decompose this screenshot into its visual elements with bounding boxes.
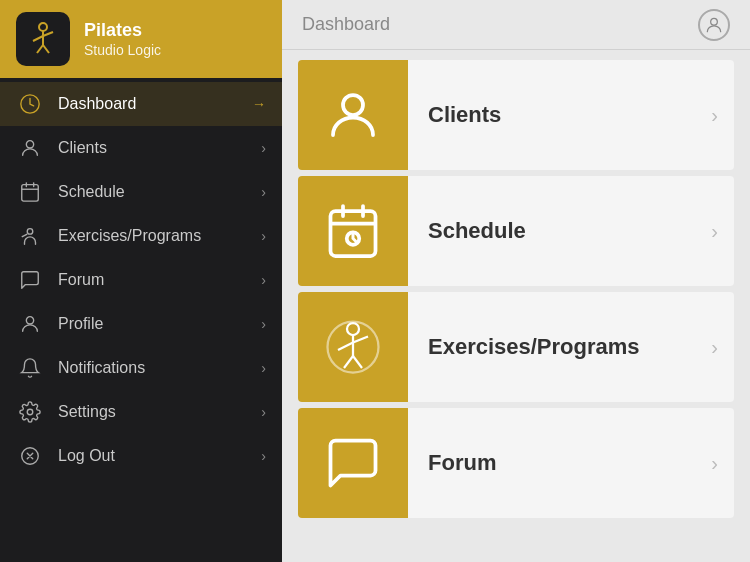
avatar[interactable] <box>698 9 730 41</box>
svg-point-14 <box>26 317 33 324</box>
clients-icon <box>16 134 44 162</box>
app-icon <box>16 12 70 66</box>
exercises-card-icon <box>298 292 408 402</box>
notifications-icon <box>16 354 44 382</box>
svg-point-17 <box>711 18 718 25</box>
logout-icon <box>16 442 44 470</box>
profile-icon <box>16 310 44 338</box>
sidebar-header: Pilates Studio Logic <box>0 0 282 78</box>
sidebar-item-logout[interactable]: Log Out › <box>0 434 282 478</box>
dashboard-cards: Clients › Schedule › <box>282 50 750 562</box>
sidebar-item-label: Log Out <box>58 447 261 465</box>
card-forum[interactable]: Forum › <box>298 408 734 518</box>
sidebar-item-settings[interactable]: Settings › <box>0 390 282 434</box>
schedule-card-label: Schedule <box>408 218 711 244</box>
svg-line-28 <box>344 356 353 368</box>
sidebar-item-label: Exercises/Programs <box>58 227 261 245</box>
sidebar-item-label: Notifications <box>58 359 261 377</box>
page-title: Dashboard <box>302 14 390 35</box>
top-bar: Dashboard <box>282 0 750 50</box>
forum-card-icon <box>298 408 408 518</box>
svg-line-27 <box>353 337 368 343</box>
forum-card-label: Forum <box>408 450 711 476</box>
clients-card-label: Clients <box>408 102 711 128</box>
sidebar-item-forum[interactable]: Forum › <box>0 258 282 302</box>
app-subtitle: Studio Logic <box>84 42 161 58</box>
nav-items: Dashboard → Clients › Schedule › <box>0 78 282 562</box>
svg-point-12 <box>27 229 33 235</box>
sidebar-item-notifications[interactable]: Notifications › <box>0 346 282 390</box>
forum-icon <box>16 266 44 294</box>
exercises-icon <box>16 222 44 250</box>
svg-line-13 <box>22 234 28 237</box>
card-clients[interactable]: Clients › <box>298 60 734 170</box>
sidebar-item-label: Dashboard <box>58 95 252 113</box>
svg-line-29 <box>353 356 362 368</box>
main-content: Dashboard Clients › <box>282 0 750 562</box>
dashboard-icon <box>16 90 44 118</box>
card-schedule[interactable]: Schedule › <box>298 176 734 286</box>
svg-point-0 <box>39 23 47 31</box>
sidebar-item-label: Clients <box>58 139 261 157</box>
svg-point-24 <box>347 323 359 335</box>
svg-point-18 <box>343 95 363 115</box>
schedule-icon <box>16 178 44 206</box>
app-title: Pilates Studio Logic <box>84 20 161 58</box>
card-exercises[interactable]: Exercises/Programs › <box>298 292 734 402</box>
clients-card-icon <box>298 60 408 170</box>
app-container: Pilates Studio Logic Dashboard → Clients… <box>0 0 750 562</box>
sidebar-item-schedule[interactable]: Schedule › <box>0 170 282 214</box>
sidebar-item-label: Settings <box>58 403 261 421</box>
app-name: Pilates <box>84 20 161 42</box>
svg-point-7 <box>26 141 33 148</box>
settings-icon <box>16 398 44 426</box>
svg-line-4 <box>37 45 43 53</box>
svg-rect-8 <box>22 185 39 202</box>
exercises-card-label: Exercises/Programs <box>408 334 711 360</box>
sidebar-item-profile[interactable]: Profile › <box>0 302 282 346</box>
sidebar-item-clients[interactable]: Clients › <box>0 126 282 170</box>
sidebar-item-dashboard[interactable]: Dashboard → <box>0 82 282 126</box>
svg-point-15 <box>27 409 33 415</box>
sidebar-item-label: Schedule <box>58 183 261 201</box>
svg-line-26 <box>338 343 353 351</box>
sidebar: Pilates Studio Logic Dashboard → Clients… <box>0 0 282 562</box>
svg-line-5 <box>43 45 49 53</box>
sidebar-item-label: Forum <box>58 271 261 289</box>
schedule-card-icon <box>298 176 408 286</box>
svg-line-3 <box>43 32 53 36</box>
sidebar-item-exercises[interactable]: Exercises/Programs › <box>0 214 282 258</box>
svg-line-2 <box>33 36 43 41</box>
sidebar-item-label: Profile <box>58 315 261 333</box>
